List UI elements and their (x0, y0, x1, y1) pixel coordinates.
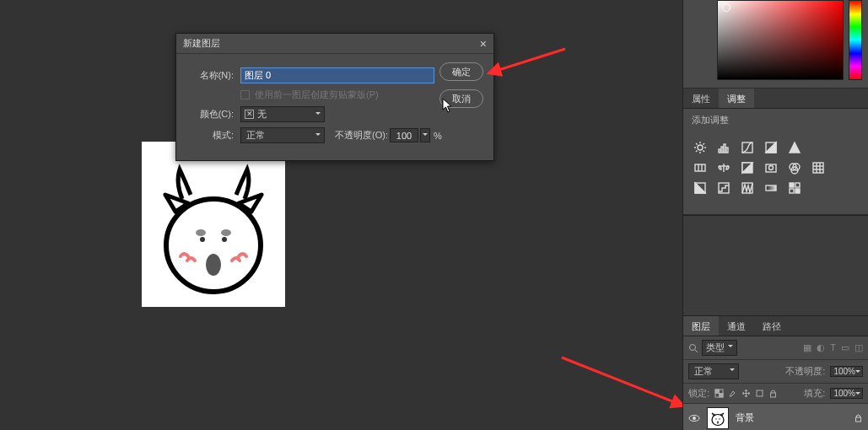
color-label: 颜色(C): (186, 108, 234, 121)
svg-line-14 (704, 151, 705, 153)
svg-line-16 (704, 143, 705, 145)
opacity-dropdown[interactable] (420, 128, 430, 142)
opacity-value[interactable]: 100% (830, 366, 863, 377)
layer-name: 背景 (736, 411, 754, 424)
svg-rect-20 (726, 148, 728, 153)
clip-mask-checkbox (240, 90, 250, 99)
filter-shape-icon[interactable]: ▭ (841, 342, 849, 353)
svg-point-3 (200, 237, 205, 242)
svg-rect-17 (719, 149, 720, 153)
visibility-eye-icon[interactable] (688, 412, 700, 424)
svg-line-15 (696, 151, 698, 153)
exposure-icon[interactable] (763, 140, 779, 155)
search-icon[interactable] (688, 343, 698, 353)
levels-icon[interactable] (715, 140, 732, 155)
annotation-arrow (491, 44, 567, 89)
filter-pixel-icon[interactable]: ▦ (803, 342, 811, 353)
color-picker-cursor (722, 3, 731, 12)
svg-point-5 (206, 254, 221, 276)
filter-adjust-icon[interactable]: ◐ (817, 342, 825, 353)
tab-properties[interactable]: 属性 (683, 89, 719, 108)
bw-icon[interactable] (739, 160, 756, 175)
ok-button[interactable]: 确定 (439, 62, 483, 81)
selective-color-icon[interactable] (786, 180, 803, 196)
filter-type-icon[interactable]: T (830, 342, 836, 353)
svg-rect-43 (795, 183, 800, 187)
channel-mixer-icon[interactable] (786, 160, 803, 175)
layer-thumbnail (707, 407, 729, 429)
svg-rect-42 (790, 183, 794, 187)
right-panels: 属性 调整 添加调整 (682, 0, 868, 430)
svg-point-56 (715, 418, 717, 420)
svg-point-2 (221, 229, 231, 236)
hue-slider[interactable] (849, 0, 862, 80)
new-layer-dialog: 新建图层 × 确定 取消 名称(N): 使用前一图层创建剪贴蒙版(P) 颜色(C… (175, 33, 494, 161)
opacity-label: 不透明度(O): (335, 129, 388, 142)
svg-rect-49 (715, 390, 720, 394)
canvas-image (142, 142, 285, 307)
color-value: 无 (257, 108, 267, 121)
gradient-map-icon[interactable] (763, 180, 779, 196)
tab-channels[interactable]: 通道 (719, 316, 754, 336)
svg-rect-52 (771, 393, 776, 397)
opacity-input[interactable] (390, 128, 418, 142)
invert-icon[interactable] (692, 180, 709, 196)
lock-label: 锁定: (688, 387, 709, 400)
hue-icon[interactable] (692, 160, 709, 175)
empty-panel-area (683, 215, 868, 316)
svg-rect-33 (813, 163, 823, 173)
dialog-titlebar[interactable]: 新建图层 × (176, 34, 493, 54)
close-icon[interactable]: × (480, 38, 487, 50)
name-label: 名称(N): (186, 69, 234, 82)
photo-filter-icon[interactable] (763, 160, 779, 175)
fill-value[interactable]: 100% (830, 388, 863, 399)
opacity-suffix: % (434, 131, 442, 141)
svg-point-57 (719, 418, 720, 420)
posterize-icon[interactable] (715, 180, 732, 196)
cancel-button[interactable]: 取消 (439, 89, 483, 108)
color-dropdown[interactable]: ✕ 无 (240, 106, 325, 122)
layer-name-input[interactable] (240, 67, 434, 83)
balance-icon[interactable] (715, 160, 732, 175)
lock-icon (854, 413, 863, 422)
color-field[interactable] (717, 0, 844, 80)
clip-mask-label: 使用前一图层创建剪贴蒙版(P) (255, 89, 379, 101)
svg-rect-44 (790, 189, 794, 193)
svg-point-8 (698, 145, 703, 150)
svg-line-6 (496, 49, 565, 71)
lock-transparency-icon[interactable] (714, 389, 724, 398)
adjustments-panel: 属性 调整 添加调整 (683, 89, 868, 215)
tab-layers[interactable]: 图层 (683, 316, 719, 336)
filter-smart-icon[interactable]: ◫ (855, 342, 863, 353)
svg-point-0 (166, 199, 261, 292)
lock-pixels-icon[interactable] (728, 389, 737, 398)
svg-rect-19 (724, 144, 725, 153)
lock-all-icon[interactable] (768, 389, 778, 398)
vibrance-icon[interactable] (786, 140, 803, 155)
lock-artboard-icon[interactable] (755, 389, 764, 398)
dialog-title: 新建图层 (183, 37, 220, 50)
svg-line-7 (562, 357, 677, 403)
svg-point-54 (693, 417, 696, 420)
svg-rect-41 (766, 185, 776, 191)
curves-icon[interactable] (739, 140, 756, 155)
tab-adjustments[interactable]: 调整 (719, 89, 754, 108)
svg-point-1 (196, 229, 206, 236)
svg-line-47 (695, 350, 698, 352)
tab-paths[interactable]: 路径 (754, 316, 790, 336)
opacity-label: 不透明度: (785, 365, 825, 378)
blend-mode-dropdown[interactable]: 正常 (688, 363, 739, 379)
mode-dropdown[interactable]: 正常 (240, 127, 325, 143)
layer-row-background[interactable]: 背景 (683, 404, 868, 430)
svg-point-46 (690, 344, 696, 350)
svg-rect-18 (721, 147, 723, 153)
svg-point-29 (769, 166, 774, 170)
filter-kind-dropdown[interactable]: 类型 (702, 340, 737, 356)
threshold-icon[interactable] (739, 180, 756, 196)
lock-position-icon[interactable] (741, 389, 751, 398)
svg-rect-50 (720, 394, 724, 398)
lookup-icon[interactable] (810, 160, 827, 175)
svg-point-4 (222, 237, 227, 242)
adjustments-subtitle: 添加调整 (683, 109, 868, 132)
brightness-icon[interactable] (692, 140, 709, 155)
